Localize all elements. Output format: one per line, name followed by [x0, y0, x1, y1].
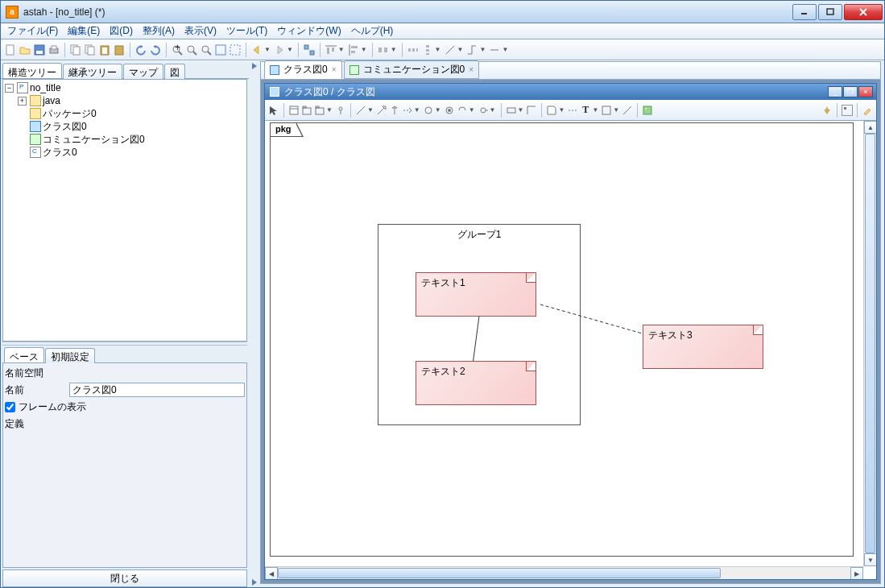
tree-commdiag0[interactable]: コミュニケーション図0	[5, 133, 245, 146]
zoom-100-icon[interactable]	[214, 43, 227, 56]
iw-minimize-button[interactable]: _	[828, 86, 842, 97]
note-text2[interactable]: テキスト2	[416, 361, 536, 405]
usage-icon[interactable]	[478, 105, 489, 116]
menu-tool[interactable]: ツール(T)	[221, 23, 272, 39]
dist-h-icon[interactable]	[407, 43, 420, 56]
shape-icon[interactable]	[601, 105, 612, 116]
iw-close-button[interactable]: ×	[858, 86, 873, 97]
dd-icon[interactable]: ▼	[435, 106, 441, 114]
back-icon[interactable]	[250, 43, 263, 56]
internal-titlebar[interactable]: クラス図0 / クラス図 _ ❐ ×	[265, 84, 876, 100]
line1-dd-icon[interactable]: ▼	[457, 46, 464, 53]
close-tab-icon[interactable]: ×	[330, 65, 338, 74]
freeline-icon[interactable]	[622, 105, 633, 116]
note-icon[interactable]	[546, 105, 557, 116]
menu-edit[interactable]: 編集(E)	[63, 23, 105, 39]
pin-icon[interactable]	[821, 105, 833, 116]
text-icon[interactable]: T	[580, 105, 591, 116]
dd-icon[interactable]: ▼	[367, 106, 374, 114]
open-icon[interactable]	[19, 43, 31, 56]
name-input[interactable]	[69, 383, 245, 397]
menu-diagram[interactable]: 図(D)	[105, 23, 138, 39]
tab-base[interactable]: ベース	[4, 347, 44, 362]
line3-icon[interactable]	[488, 43, 501, 56]
menu-window[interactable]: ウィンドウ(W)	[272, 23, 345, 39]
mini-icon[interactable]	[842, 105, 853, 116]
package2-icon[interactable]	[314, 105, 325, 116]
align-top-dd-icon[interactable]: ▼	[338, 46, 345, 53]
real2-icon[interactable]	[457, 105, 468, 116]
line-icon[interactable]	[526, 105, 537, 116]
dist-v-icon[interactable]	[421, 43, 434, 56]
tree-java[interactable]: +java	[5, 94, 245, 107]
save-icon[interactable]	[33, 43, 46, 56]
tab-inheritance[interactable]: 継承ツリー	[63, 64, 122, 79]
line1-icon[interactable]	[444, 43, 457, 56]
class-icon[interactable]	[288, 105, 300, 116]
vertical-scrollbar[interactable]: ▲ ▼	[863, 121, 876, 566]
scroll-right-icon[interactable]: ▶	[850, 567, 863, 579]
collapse-left-icon-2[interactable]	[252, 579, 258, 586]
undo-icon[interactable]	[134, 43, 147, 56]
align-left-dd-icon[interactable]: ▼	[361, 46, 367, 53]
frame-checkbox[interactable]	[5, 402, 15, 412]
rect-icon[interactable]	[506, 105, 517, 116]
horizontal-scrollbar[interactable]: ◀ ▶	[265, 566, 863, 579]
scroll-left-icon[interactable]: ◀	[265, 567, 278, 579]
zoom-out-icon[interactable]	[185, 43, 198, 56]
print-icon[interactable]	[48, 43, 60, 56]
menu-file[interactable]: ファイル(F)	[2, 23, 63, 39]
line3-dd-icon[interactable]: ▼	[502, 46, 508, 53]
tab-diagram[interactable]: 図	[164, 64, 185, 79]
dep-icon[interactable]	[402, 105, 413, 116]
gutter[interactable]	[252, 61, 260, 587]
close-tab-icon[interactable]: ×	[467, 65, 475, 74]
zoom-in-icon[interactable]: +	[171, 43, 184, 56]
menu-align[interactable]: 整列(A)	[138, 23, 180, 39]
tree-classdiag0[interactable]: クラス図0	[5, 120, 245, 133]
dd-icon[interactable]: ▼	[490, 106, 496, 114]
tree-root[interactable]: −no_title	[5, 81, 245, 94]
menu-help[interactable]: ヘルプ(H)	[346, 23, 399, 39]
highlight-icon[interactable]	[862, 105, 873, 116]
copy-icon[interactable]	[69, 43, 82, 56]
note-text3[interactable]: テキスト3	[643, 325, 763, 369]
forward-dd-icon[interactable]: ▼	[287, 46, 293, 53]
align-top-icon[interactable]	[325, 43, 337, 56]
zoom-fit-icon[interactable]	[200, 43, 213, 56]
v-thumb[interactable]	[865, 134, 875, 553]
canvas[interactable]: pkg グループ1 テキスト1	[265, 121, 863, 566]
gen-icon[interactable]	[376, 105, 387, 116]
new-icon[interactable]	[4, 43, 17, 56]
real-icon[interactable]	[389, 105, 400, 116]
agg-icon[interactable]	[423, 105, 434, 116]
dist-v-dd-icon[interactable]: ▼	[435, 46, 441, 53]
structure-tree[interactable]: −no_title +java パッケージ0 クラス図0 コミュニケーション図0…	[2, 79, 247, 342]
etab-class[interactable]: クラス図0×	[264, 60, 342, 79]
dd-icon[interactable]: ▼	[469, 106, 475, 114]
expand-icon[interactable]: +	[18, 97, 27, 106]
paste2-icon[interactable]	[113, 43, 126, 56]
scroll-down-icon[interactable]: ▼	[864, 553, 876, 566]
image-icon[interactable]	[642, 105, 653, 116]
dd-icon[interactable]: ▼	[326, 106, 333, 114]
dd-icon[interactable]: ▼	[518, 106, 524, 114]
assoc-icon[interactable]	[355, 105, 366, 116]
minimize-button[interactable]	[792, 4, 817, 20]
interface-icon[interactable]	[335, 105, 346, 116]
line2-dd-icon[interactable]: ▼	[479, 46, 486, 53]
dd-icon[interactable]: ▼	[613, 106, 619, 114]
tab-init[interactable]: 初期設定	[45, 348, 95, 363]
dd-icon[interactable]: ▼	[592, 106, 598, 114]
dd-icon[interactable]: ▼	[414, 106, 420, 114]
collapse-left-icon[interactable]	[252, 63, 258, 69]
close-button[interactable]	[844, 4, 883, 20]
tree-class0[interactable]: クラス0	[5, 146, 245, 159]
menu-view[interactable]: 表示(V)	[180, 23, 221, 39]
collapse-icon[interactable]: −	[5, 84, 14, 93]
note-text1[interactable]: テキスト1	[416, 272, 536, 317]
select-icon[interactable]	[268, 105, 279, 116]
close-button[interactable]: 閉じる	[2, 569, 247, 587]
package-icon[interactable]	[301, 105, 312, 116]
dd-icon[interactable]: ▼	[558, 106, 564, 114]
